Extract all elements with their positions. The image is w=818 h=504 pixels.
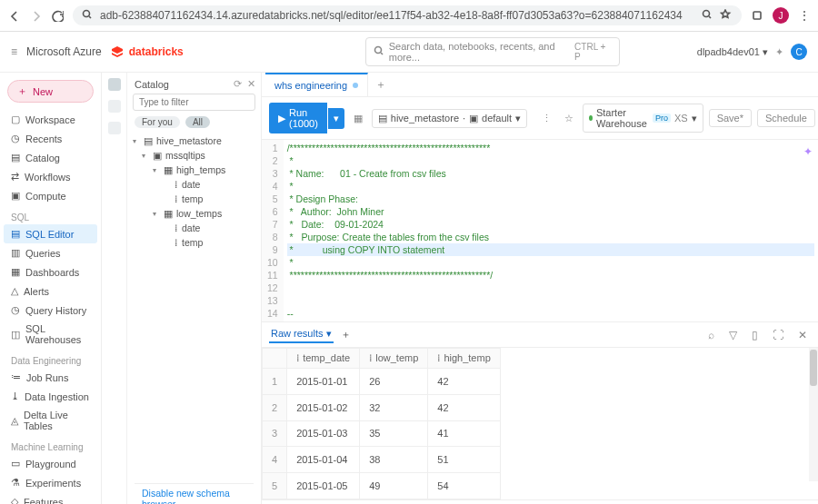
filter-icon[interactable]: ▽ bbox=[725, 327, 741, 343]
tab-for-you[interactable]: For you bbox=[135, 116, 180, 128]
save-query-icon[interactable]: ▦ bbox=[350, 113, 366, 124]
table-row[interactable]: 22015-01-023242 bbox=[263, 394, 501, 420]
tree-db[interactable]: ▾▣ mssqltips bbox=[131, 148, 257, 163]
search-placeholder: Search data, notebooks, recents, and mor… bbox=[389, 41, 574, 63]
editor-toolbar: ▶ Run (1000) ▾ ▦ ▤ hive_metastore · ▣ de… bbox=[262, 97, 818, 140]
expand-icon[interactable]: ⛶ bbox=[769, 327, 787, 343]
search-results-icon[interactable]: ⌕ bbox=[704, 327, 718, 343]
vertical-scrollbar[interactable] bbox=[809, 348, 818, 481]
close-icon[interactable]: ✕ bbox=[247, 78, 255, 90]
sidebar-item-query-history[interactable]: ◷ Query History bbox=[4, 301, 97, 320]
col-low-temp[interactable]: ⁞ low_temp bbox=[360, 349, 428, 369]
tree-col-date2[interactable]: ⁞ date bbox=[131, 221, 257, 235]
editor-area: whs engineering ＋ ▶ Run (1000) ▾ ▦ ▤ hiv… bbox=[262, 73, 818, 504]
browser-chrome: adb-623884071162434.14.azuredatabricks.n… bbox=[0, 0, 818, 32]
svg-point-1 bbox=[703, 11, 710, 17]
section-ml: Machine Learning bbox=[4, 435, 97, 454]
catalog-filter-input[interactable] bbox=[133, 94, 255, 111]
back-icon[interactable] bbox=[7, 9, 20, 22]
sidebar-item-experiments[interactable]: ⚗ Experiments bbox=[4, 473, 97, 492]
add-tab-button[interactable]: ＋ bbox=[368, 74, 394, 96]
tree-table-high[interactable]: ▾▦ high_temps bbox=[131, 163, 257, 177]
catalog-rail bbox=[102, 73, 127, 504]
databricks-logo[interactable]: databricks bbox=[111, 45, 184, 58]
forward-icon[interactable] bbox=[29, 9, 42, 22]
sidebar-item-recents[interactable]: ◷ Recents bbox=[4, 129, 97, 148]
sidebar-item-workflows[interactable]: ⇄ Workflows bbox=[4, 167, 97, 186]
site-info-icon[interactable] bbox=[82, 9, 95, 22]
table-row[interactable]: 12015-01-012642 bbox=[263, 369, 501, 395]
svg-point-3 bbox=[374, 47, 381, 54]
run-dropdown[interactable]: ▾ bbox=[328, 108, 344, 129]
new-button[interactable]: ＋New bbox=[7, 80, 94, 103]
hamburger-icon[interactable]: ≡ bbox=[11, 45, 17, 58]
search-kbd: CTRL + P bbox=[574, 42, 612, 62]
browser-menu-icon[interactable]: ⋮ bbox=[798, 8, 811, 23]
sidebar-item-features[interactable]: ◇ Features bbox=[4, 492, 97, 504]
browser-avatar[interactable]: J bbox=[773, 7, 789, 24]
run-button[interactable]: ▶ Run (1000) bbox=[269, 103, 327, 133]
disable-schema-browser-link[interactable]: Disable new schema browser bbox=[135, 483, 254, 504]
sidebar-item-dashboards[interactable]: ▦ Dashboards bbox=[4, 262, 97, 282]
table-row[interactable]: 52015-01-054954 bbox=[263, 473, 501, 499]
sidebar-item-alerts[interactable]: △ Alerts bbox=[4, 282, 97, 301]
tab-all[interactable]: All bbox=[185, 116, 210, 128]
rail-nav-icon[interactable] bbox=[108, 122, 121, 134]
schema-tree: ▾▤ hive_metastore ▾▣ mssqltips ▾▦ high_t… bbox=[127, 132, 261, 252]
code-lines[interactable]: /***************************************… bbox=[284, 140, 818, 321]
editor-tab[interactable]: whs engineering bbox=[265, 73, 368, 96]
close-results-icon[interactable]: ✕ bbox=[794, 327, 811, 343]
sidebar-item-job-runs[interactable]: ≔ Job Runs bbox=[4, 368, 97, 387]
user-avatar[interactable]: C bbox=[791, 44, 807, 60]
sidebar-item-sql-editor[interactable]: ▤ SQL Editor bbox=[4, 224, 97, 243]
assistant-icon[interactable]: ✦ bbox=[775, 46, 783, 58]
url-text: adb-623884071162434.14.azuredatabricks.n… bbox=[100, 9, 696, 22]
global-search[interactable]: Search data, notebooks, recents, and mor… bbox=[365, 37, 620, 66]
results-header: Raw results ▾ ＋ ⌕ ▽ ▯ ⛶ ✕ bbox=[262, 321, 818, 348]
rail-history-icon[interactable] bbox=[108, 100, 121, 113]
col-temp-date[interactable]: ⁞ temp_date bbox=[287, 349, 360, 369]
star-icon[interactable]: ☆ bbox=[561, 111, 577, 126]
workspace-selector[interactable]: dlpadb4dev01 ▾ bbox=[697, 46, 768, 58]
extensions-icon[interactable] bbox=[751, 9, 763, 22]
add-viz-button[interactable]: ＋ bbox=[341, 328, 351, 341]
rownum-header bbox=[263, 349, 287, 369]
catalog-selector[interactable]: ▤ hive_metastore · ▣ default ▾ bbox=[372, 109, 527, 128]
sidebar-item-catalog[interactable]: ▤ Catalog bbox=[4, 148, 97, 167]
tree-col-temp[interactable]: ⁞ temp bbox=[131, 192, 257, 206]
table-row[interactable]: 42015-01-043851 bbox=[263, 447, 501, 473]
save-button[interactable]: Save* bbox=[709, 109, 752, 127]
tree-catalog[interactable]: ▾▤ hive_metastore bbox=[131, 133, 257, 148]
azure-label: Microsoft Azure bbox=[26, 45, 102, 58]
results-table: ⁞ temp_date ⁞ low_temp ⁞ high_temp 12015… bbox=[262, 348, 501, 499]
sidebar-item-playground[interactable]: ▭ Playground bbox=[4, 454, 97, 473]
tree-col-date[interactable]: ⁞ date bbox=[131, 177, 257, 192]
rail-schema-icon[interactable] bbox=[108, 78, 121, 91]
star-icon[interactable] bbox=[720, 9, 733, 22]
columns-icon[interactable]: ▯ bbox=[748, 327, 762, 343]
sidebar-item-queries[interactable]: ▥ Queries bbox=[4, 243, 97, 262]
zoom-icon[interactable] bbox=[702, 9, 714, 22]
status-bar: ◷ 3 s 177 ms | 5 rows returned Refreshed… bbox=[262, 499, 818, 504]
table-row[interactable]: 32015-01-033541 bbox=[263, 420, 501, 447]
sidebar: ＋New ▢ Workspace ◷ Recents ▤ Catalog ⇄ W… bbox=[0, 73, 102, 504]
url-bar[interactable]: adb-623884071162434.14.azuredatabricks.n… bbox=[73, 5, 742, 25]
more-icon[interactable]: ⋮ bbox=[538, 111, 555, 126]
warehouse-selector[interactable]: Starter Warehouse Pro XS ▾ bbox=[583, 104, 703, 133]
reload-icon[interactable] bbox=[51, 9, 64, 22]
schedule-button[interactable]: Schedule bbox=[757, 109, 815, 127]
refresh-icon[interactable]: ⟳ bbox=[234, 78, 242, 90]
sidebar-item-compute[interactable]: ▣ Compute bbox=[4, 186, 97, 205]
sidebar-item-delta-live-tables[interactable]: ◬ Delta Live Tables bbox=[4, 406, 97, 435]
col-high-temp[interactable]: ⁞ high_temp bbox=[428, 349, 500, 369]
sidebar-item-workspace[interactable]: ▢ Workspace bbox=[4, 110, 97, 129]
app-header: ≡ Microsoft Azure databricks Search data… bbox=[0, 32, 818, 73]
tree-col-temp2[interactable]: ⁞ temp bbox=[131, 235, 257, 250]
status-dot-icon bbox=[589, 115, 593, 121]
sidebar-item-data-ingestion[interactable]: ⤓ Data Ingestion bbox=[4, 387, 97, 406]
sidebar-item-sql-warehouses[interactable]: ◫ SQL Warehouses bbox=[4, 320, 97, 349]
tree-table-low[interactable]: ▾▦ low_temps bbox=[131, 206, 257, 221]
ai-assist-icon[interactable]: ✦ bbox=[803, 145, 813, 158]
code-editor[interactable]: ✦ 123456789101112131415161718192021 /***… bbox=[262, 140, 818, 321]
results-tab[interactable]: Raw results ▾ bbox=[269, 326, 334, 343]
